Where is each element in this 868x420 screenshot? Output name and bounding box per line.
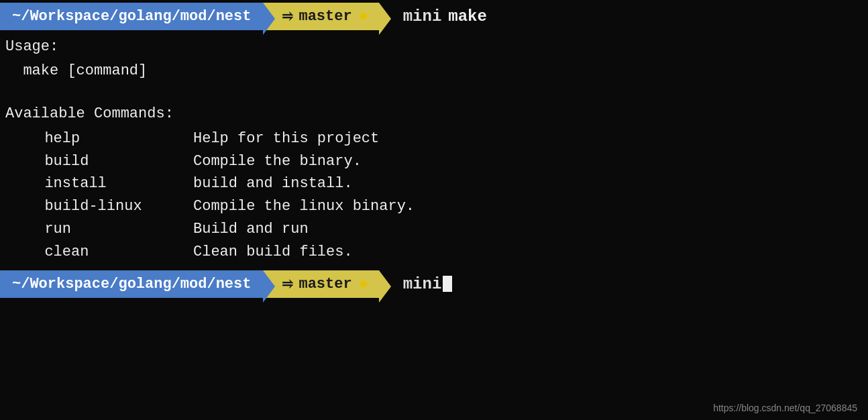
command-desc: Clean build files. — [193, 242, 353, 263]
usage-command: make [command] — [0, 59, 868, 83]
branch-dot-bottom — [360, 280, 367, 287]
branch-name-top: master — [299, 8, 351, 25]
path-text-bottom: ~/Workspace/golang/mod/nest — [12, 276, 251, 293]
footer-link: https://blog.csdn.net/qq_27068845 — [713, 403, 857, 413]
command-desc: build and install. — [193, 173, 353, 195]
prompt-command-top: make — [448, 7, 487, 25]
prompt-branch-bottom: ⥤ master — [263, 270, 378, 298]
terminal-output: Usage: make [command] Available Commands… — [0, 32, 868, 265]
command-desc: Help for this project — [193, 128, 379, 150]
command-row: installbuild and install. — [5, 172, 863, 195]
shell-label-bottom: mini — [403, 275, 442, 293]
path-text-top: ~/Workspace/golang/mod/nest — [12, 8, 251, 25]
command-name: run — [5, 219, 193, 240]
command-name: clean — [5, 242, 193, 263]
prompt-shell-bottom: mini — [403, 275, 442, 293]
command-row: runBuild and run — [5, 218, 863, 241]
prompt-branch-top: ⥤ master — [263, 3, 378, 30]
command-row: helpHelp for this project — [5, 127, 863, 150]
command-name: build-linux — [5, 196, 193, 217]
prompt-shell-top: mini — [403, 7, 442, 25]
shell-label-top: mini — [403, 7, 442, 25]
usage-label: Usage: — [0, 35, 868, 59]
prompt-path-bottom: ~/Workspace/golang/mod/nest — [0, 270, 263, 298]
prompt-path-top: ~/Workspace/golang/mod/nest — [0, 3, 263, 30]
commands-table: helpHelp for this project buildCompile t… — [0, 126, 868, 265]
command-row: buildCompile the binary. — [5, 150, 863, 173]
terminal-window: ~/Workspace/golang/mod/nest ⥤ master min… — [0, 0, 868, 420]
branch-dot-top — [360, 13, 367, 19]
branch-name-bottom: master — [299, 276, 351, 293]
branch-symbol-bottom: ⥤ — [282, 276, 293, 293]
branch-symbol-top: ⥤ — [282, 8, 293, 25]
command-desc: Compile the linux binary. — [193, 196, 415, 217]
command-row: build-linuxCompile the linux binary. — [5, 195, 863, 218]
command-desc: Build and run — [193, 219, 309, 240]
prompt-bar-bottom[interactable]: ~/Workspace/golang/mod/nest ⥤ master min… — [0, 268, 868, 300]
command-name: install — [5, 173, 193, 195]
command-row: cleanClean build files. — [5, 241, 863, 264]
command-name: help — [5, 128, 193, 150]
prompt-bar-top: ~/Workspace/golang/mod/nest ⥤ master min… — [0, 0, 868, 32]
command-name: build — [5, 151, 193, 172]
command-desc: Compile the binary. — [193, 151, 362, 172]
available-label: Available Commands: — [0, 102, 868, 126]
empty-line-1 — [0, 83, 868, 102]
command-text-top: make — [448, 7, 487, 25]
cursor — [443, 276, 452, 292]
